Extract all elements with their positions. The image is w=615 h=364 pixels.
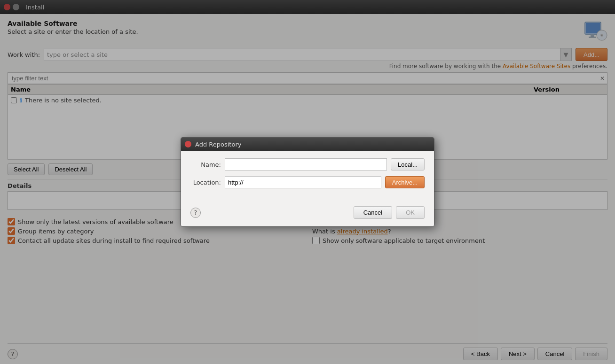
name-field-row: Name: Local... — [190, 158, 425, 170]
add-repository-dialog: Add Repository Name: Local... Location: … — [181, 137, 434, 227]
local-button[interactable]: Local... — [391, 158, 425, 170]
modal-help-button[interactable]: ? — [190, 208, 201, 218]
modal-actions: Cancel OK — [354, 206, 425, 219]
modal-title: Add Repository — [195, 141, 241, 148]
modal-footer: ? Cancel OK — [181, 201, 434, 226]
modal-cancel-button[interactable]: Cancel — [354, 206, 392, 219]
archive-button[interactable]: Archive... — [385, 176, 425, 188]
location-label: Location: — [190, 179, 221, 186]
modal-close-button[interactable] — [185, 141, 191, 147]
name-input[interactable] — [225, 158, 387, 170]
location-input[interactable] — [225, 176, 381, 188]
name-label: Name: — [190, 161, 221, 168]
modal-titlebar: Add Repository — [181, 138, 434, 151]
modal-overlay: Add Repository Name: Local... Location: … — [0, 0, 615, 364]
modal-ok-button[interactable]: OK — [396, 206, 425, 219]
modal-body: Name: Local... Location: Archive... — [181, 151, 434, 201]
location-field-row: Location: Archive... — [190, 176, 425, 188]
